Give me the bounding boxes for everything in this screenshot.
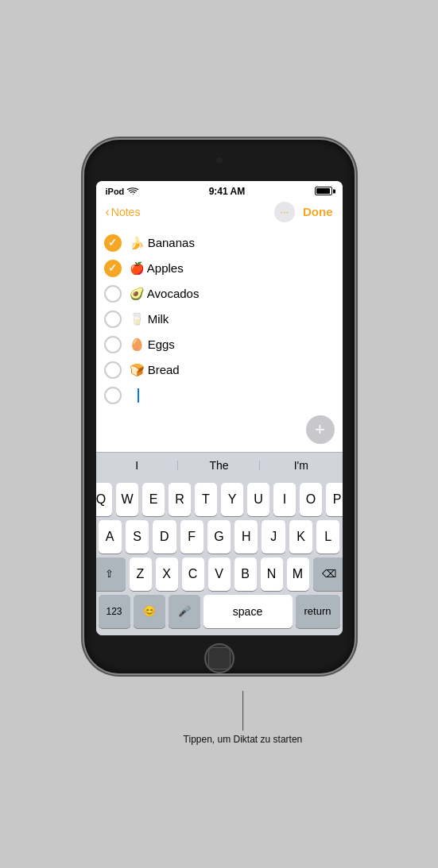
status-bar: iPod 9:41 AM [96, 181, 343, 199]
key-R[interactable]: R [169, 483, 191, 516]
carrier-label: iPod [106, 187, 125, 196]
dictation-key[interactable]: 🎤 [169, 595, 200, 628]
keyboard-row-2: A S D F G H J K L [99, 520, 340, 554]
checklist-item-4[interactable]: 🥛 Milk [104, 307, 335, 332]
back-label: Notes [111, 206, 141, 218]
device-screen: iPod 9:41 AM ‹ [96, 181, 343, 635]
time-label: 9:41 AM [209, 186, 246, 197]
checkbox-2[interactable] [104, 260, 122, 277]
annotation-text: Tippen, um Diktat zu starten [184, 734, 303, 745]
camera-dot [216, 157, 223, 164]
add-button[interactable]: + [306, 415, 335, 444]
delete-key[interactable]: ⌫ [313, 557, 343, 591]
space-key[interactable]: space [203, 595, 293, 628]
ipod-device: iPod 9:41 AM ‹ [84, 140, 355, 673]
item-text-6: 🍞 Bread [130, 363, 180, 377]
checklist-item-2[interactable]: 🍎 Apples [104, 256, 335, 281]
shift-key[interactable]: ⇧ [96, 557, 126, 591]
checkbox-1[interactable] [104, 234, 122, 252]
autocomplete-word-3[interactable]: I'm [260, 459, 342, 472]
status-left: iPod [106, 187, 139, 196]
key-K[interactable]: K [289, 520, 312, 554]
item-text-3: 🥑 Avocados [130, 287, 200, 301]
annotation-container: Tippen, um Diktat zu starten [184, 691, 303, 745]
key-U[interactable]: U [247, 483, 269, 516]
key-W[interactable]: W [116, 483, 138, 516]
numbers-key[interactable]: 123 [99, 595, 130, 628]
new-item-line[interactable] [104, 383, 335, 408]
key-Z[interactable]: Z [130, 557, 152, 591]
key-B[interactable]: B [235, 557, 257, 591]
checkbox-4[interactable] [104, 311, 122, 328]
key-C[interactable]: C [182, 557, 204, 591]
battery-fill [316, 188, 329, 194]
checklist-item-5[interactable]: 🥚 Eggs [104, 332, 335, 357]
keyboard-row-3: ⇧ Z X C V B N M ⌫ [99, 557, 340, 591]
autocomplete-bar: I The I'm [96, 452, 343, 478]
key-P[interactable]: P [326, 483, 343, 516]
key-L[interactable]: L [316, 520, 339, 554]
checklist-item-3[interactable]: 🥑 Avocados [104, 281, 335, 307]
text-cursor [138, 388, 139, 403]
return-key[interactable]: return [296, 595, 340, 628]
keyboard-row-4: 123 😊 🎤 space return [99, 595, 340, 628]
done-button[interactable]: Done [303, 205, 333, 218]
status-right [315, 187, 332, 195]
key-G[interactable]: G [207, 520, 231, 554]
home-button-inner [208, 647, 231, 669]
more-icon: ··· [281, 206, 289, 218]
more-button[interactable]: ··· [274, 202, 295, 222]
add-icon: + [315, 419, 325, 440]
checkbox-5[interactable] [104, 336, 122, 353]
autocomplete-word-2[interactable]: The [178, 459, 260, 472]
checklist-container: 🍌 Bananas🍎 Apples🥑 Avocados🥛 Milk🥚 Eggs🍞… [104, 230, 335, 383]
home-button[interactable] [204, 643, 235, 673]
wifi-icon [127, 187, 138, 195]
battery-icon [315, 187, 332, 195]
checkbox-3[interactable] [104, 285, 122, 303]
key-E[interactable]: E [142, 483, 165, 516]
key-Y[interactable]: Y [221, 483, 243, 516]
item-text-2: 🍎 Apples [130, 261, 184, 276]
emoji-key[interactable]: 😊 [134, 595, 165, 628]
item-text-5: 🥚 Eggs [130, 338, 175, 352]
annotation-line [242, 691, 244, 731]
key-F[interactable]: F [180, 520, 203, 554]
new-item-checkbox[interactable] [104, 387, 122, 404]
key-D[interactable]: D [153, 520, 176, 554]
key-X[interactable]: X [156, 557, 178, 591]
checkbox-6[interactable] [104, 361, 122, 379]
key-N[interactable]: N [261, 557, 283, 591]
key-S[interactable]: S [126, 520, 149, 554]
nav-actions: ··· Done [274, 202, 333, 222]
nav-bar: ‹ Notes ··· Done [96, 199, 343, 227]
key-I[interactable]: I [273, 483, 296, 516]
keyboard: Q W E R T Y U I O P A S D F G [96, 478, 343, 635]
back-chevron-icon: ‹ [106, 205, 110, 219]
key-O[interactable]: O [300, 483, 322, 516]
key-M[interactable]: M [287, 557, 309, 591]
key-H[interactable]: H [235, 520, 258, 554]
checklist-item-6[interactable]: 🍞 Bread [104, 357, 335, 383]
keyboard-row-1: Q W E R T Y U I O P [99, 483, 340, 516]
back-button[interactable]: ‹ Notes [106, 205, 141, 219]
item-text-1: 🍌 Bananas [130, 236, 195, 250]
key-V[interactable]: V [208, 557, 231, 591]
key-A[interactable]: A [99, 520, 122, 554]
key-T[interactable]: T [195, 483, 217, 516]
key-Q[interactable]: Q [96, 483, 113, 516]
item-text-4: 🥛 Milk [130, 312, 169, 326]
checklist-item-1[interactable]: 🍌 Bananas [104, 230, 335, 256]
notes-content: 🍌 Bananas🍎 Apples🥑 Avocados🥛 Milk🥚 Eggs🍞… [96, 227, 343, 452]
key-J[interactable]: J [262, 520, 285, 554]
autocomplete-word-1[interactable]: I [96, 459, 178, 472]
